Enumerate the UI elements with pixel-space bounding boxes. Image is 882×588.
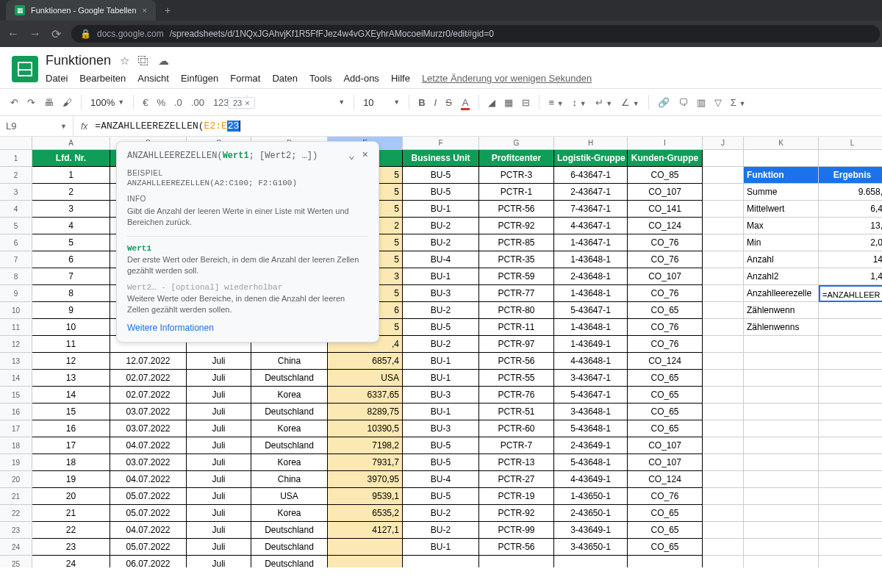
cell[interactable]: 3-43647-1: [554, 370, 628, 387]
cell[interactable]: [403, 556, 479, 567]
row-header[interactable]: 1: [0, 150, 32, 167]
name-box[interactable]: L9▼: [0, 116, 74, 136]
print-icon[interactable]: 🖶: [44, 97, 54, 108]
cell[interactable]: BU-5: [403, 167, 479, 184]
menu-addons[interactable]: Add-ons: [343, 73, 379, 84]
col-header-A[interactable]: A: [32, 137, 110, 150]
side-value[interactable]: [819, 319, 882, 336]
cloud-icon[interactable]: ☁: [158, 54, 169, 68]
cell[interactable]: 17: [32, 437, 110, 454]
side-value[interactable]: 6,4: [819, 201, 882, 218]
cell[interactable]: [819, 539, 882, 556]
cell[interactable]: 02.07.2022: [110, 387, 187, 404]
side-value[interactable]: 14: [819, 251, 882, 268]
cell[interactable]: PCTR-19: [479, 488, 554, 505]
cell[interactable]: 3-43650-1: [554, 539, 628, 556]
cell[interactable]: CO_65: [628, 302, 703, 319]
cell[interactable]: PCTR-11: [479, 319, 554, 336]
cell[interactable]: 6857,4: [328, 353, 403, 370]
side-value[interactable]: 13,: [819, 218, 882, 234]
cell[interactable]: 4-43647-1: [554, 218, 628, 234]
cell[interactable]: [703, 488, 744, 505]
halign-icon[interactable]: ≡ ▼: [548, 97, 563, 108]
cell[interactable]: 3-43649-1: [554, 522, 628, 539]
more-info-link[interactable]: Weitere Informationen: [127, 323, 214, 333]
col-header-F[interactable]: F: [403, 137, 479, 150]
cell[interactable]: 5-43648-1: [554, 420, 628, 437]
cell[interactable]: 20: [32, 488, 110, 505]
cell[interactable]: BU-2: [403, 302, 479, 319]
cell[interactable]: CO_65: [628, 505, 703, 522]
cell[interactable]: Juli: [187, 353, 251, 370]
menu-ansicht[interactable]: Ansicht: [137, 73, 169, 84]
row-header[interactable]: 8: [0, 268, 32, 285]
cell[interactable]: [703, 353, 744, 370]
side-value[interactable]: 2,0: [819, 234, 882, 251]
cell[interactable]: [819, 454, 882, 471]
forward-button[interactable]: →: [29, 27, 41, 40]
cell[interactable]: BU-3: [403, 387, 479, 404]
cell[interactable]: PCTR-7: [479, 437, 554, 454]
col-header-H[interactable]: H: [554, 137, 628, 150]
currency-icon[interactable]: €: [143, 97, 148, 108]
cell[interactable]: [703, 370, 744, 387]
cell[interactable]: BU-1: [403, 539, 479, 556]
cell[interactable]: CO_65: [628, 387, 703, 404]
cell[interactable]: BU-1: [403, 268, 479, 285]
row-header[interactable]: 16: [0, 404, 32, 420]
menu-hilfe[interactable]: Hilfe: [391, 73, 410, 84]
cell[interactable]: 6-43647-1: [554, 167, 628, 184]
cell[interactable]: PCTR-76: [479, 387, 554, 404]
cell[interactable]: [703, 167, 744, 184]
cell[interactable]: [744, 404, 819, 420]
col-header-G[interactable]: G: [479, 137, 554, 150]
cell[interactable]: [703, 201, 744, 218]
cell[interactable]: PCTR-85: [479, 234, 554, 251]
cell[interactable]: PCTR-27: [479, 471, 554, 488]
cell[interactable]: [703, 218, 744, 234]
cell[interactable]: 5-43648-1: [554, 454, 628, 471]
cell[interactable]: [703, 251, 744, 268]
cell[interactable]: PCTR-1: [479, 184, 554, 201]
menu-tools[interactable]: Tools: [309, 73, 331, 84]
cell[interactable]: 8289,75: [328, 404, 403, 420]
cell[interactable]: Juli: [187, 556, 251, 567]
cell[interactable]: 14: [32, 387, 110, 404]
cell[interactable]: 23: [32, 539, 110, 556]
cell[interactable]: [819, 420, 882, 437]
cell[interactable]: Juli: [187, 522, 251, 539]
cell[interactable]: PCTR-92: [479, 218, 554, 234]
cell[interactable]: PCTR-51: [479, 404, 554, 420]
cell[interactable]: Deutschland: [251, 522, 328, 539]
cell[interactable]: CO_85: [628, 167, 703, 184]
cell[interactable]: Korea: [251, 505, 328, 522]
cell[interactable]: Deutschland: [251, 556, 328, 567]
side-label[interactable]: Mittelwert: [744, 201, 819, 218]
cell[interactable]: CO_76: [628, 319, 703, 336]
side-header[interactable]: Funktion: [744, 167, 819, 184]
cell[interactable]: 12: [32, 353, 110, 370]
cell[interactable]: PCTR-92: [479, 505, 554, 522]
strike-icon[interactable]: S: [445, 97, 452, 108]
cell[interactable]: 5: [32, 234, 110, 251]
cell[interactable]: BU-3: [403, 420, 479, 437]
row-header[interactable]: 6: [0, 234, 32, 251]
cell[interactable]: 04.07.2022: [110, 437, 187, 454]
cell[interactable]: BU-3: [403, 285, 479, 302]
redo-icon[interactable]: ↷: [27, 97, 35, 108]
cell[interactable]: [819, 471, 882, 488]
cell[interactable]: 8: [32, 285, 110, 302]
cell[interactable]: Juli: [187, 454, 251, 471]
cell[interactable]: Korea: [251, 387, 328, 404]
cell[interactable]: 2: [32, 184, 110, 201]
row-header[interactable]: 7: [0, 251, 32, 268]
cell[interactable]: 7931,7: [328, 454, 403, 471]
row-header[interactable]: 24: [0, 539, 32, 556]
side-label[interactable]: Zählenwenn: [744, 302, 819, 319]
cell[interactable]: Deutschland: [251, 404, 328, 420]
last-edit-link[interactable]: Letzte Änderung vor wenigen Sekunden: [422, 73, 592, 84]
cell[interactable]: [819, 556, 882, 567]
cell[interactable]: [744, 353, 819, 370]
col-header-I[interactable]: I: [628, 137, 703, 150]
cell[interactable]: BU-4: [403, 251, 479, 268]
